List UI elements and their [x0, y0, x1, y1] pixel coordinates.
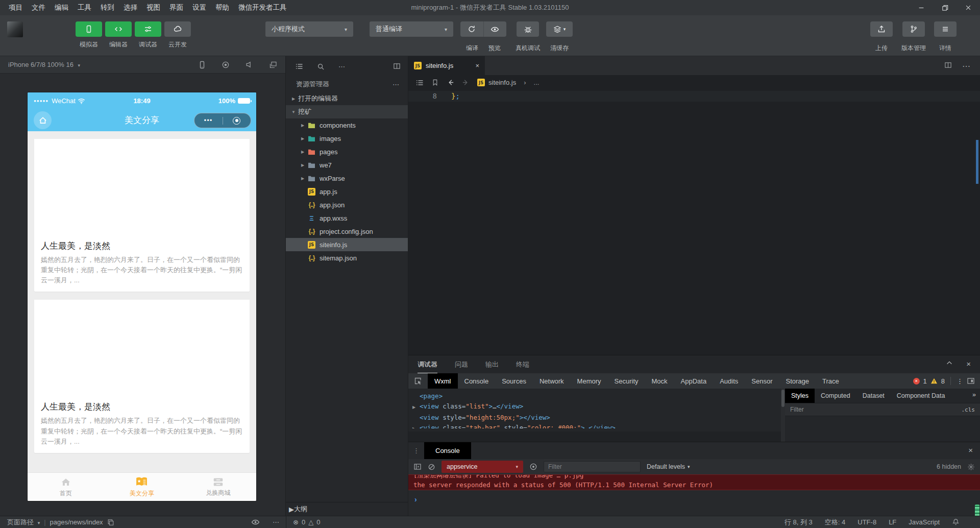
log-levels-select[interactable]: Default levels ▾ — [647, 463, 690, 470]
menu-item-select[interactable]: 选择 — [119, 0, 142, 15]
tab-sources[interactable]: Sources — [495, 373, 533, 389]
bell-icon[interactable] — [952, 518, 960, 526]
tab-network[interactable]: Network — [533, 373, 571, 389]
record-icon[interactable] — [222, 61, 230, 69]
sidebar-item-project-config[interactable]: {..} project.config.json — [286, 225, 408, 238]
split-editor-icon[interactable] — [944, 61, 952, 71]
outline-section[interactable]: ▶ 大纲 — [286, 502, 408, 516]
eye-icon[interactable] — [251, 518, 260, 526]
mode-select[interactable]: 小程序模式 ▾ — [265, 21, 353, 37]
menu-item-settings[interactable]: 设置 — [188, 0, 211, 15]
debugger-toggle-button[interactable]: 调试器 — [134, 21, 162, 49]
article-card[interactable]: 人生最美，是淡然 嫣然的五月去了，艳烈的六月来了。日子，在一个又一个看似雷同的重… — [34, 139, 250, 292]
cursor-position[interactable]: 行 8, 列 3 — [785, 518, 813, 527]
menu-item-wechat-devtools[interactable]: 微信开发者工具 — [234, 0, 291, 15]
capsule-more-button[interactable]: ••• — [194, 117, 223, 124]
drag-handle-icon[interactable]: ⋮ — [408, 442, 424, 459]
rotate-device-icon[interactable] — [198, 61, 206, 69]
expand-icon[interactable]: ▶ — [412, 402, 420, 413]
menu-item-file[interactable]: 文件 — [27, 0, 50, 15]
more-icon[interactable]: ⋯ — [338, 63, 346, 70]
user-avatar[interactable] — [7, 21, 23, 37]
tab-debugger[interactable]: 调试器 — [418, 360, 437, 369]
console-sidebar-icon[interactable] — [413, 463, 422, 471]
console-error-message[interactable]: [渲染层网络层错误] Failed to load image … p.jpg … — [408, 474, 980, 490]
tab-terminal[interactable]: 终端 — [516, 360, 529, 369]
vertical-scrollbar[interactable] — [781, 389, 785, 442]
breadcrumb-symbol[interactable]: ... — [534, 79, 540, 86]
tab-styles[interactable]: Styles — [785, 389, 815, 403]
expand-icon[interactable]: ▶ — [412, 424, 420, 428]
add-class-button[interactable]: .cls — [962, 406, 975, 413]
open-editors-section[interactable]: ▶ 打开的编辑器 — [286, 92, 408, 105]
tab-console-panel[interactable]: Console — [424, 442, 471, 459]
project-root-folder[interactable]: ▼ 挖矿 — [286, 105, 408, 118]
sidebar-item-app-js[interactable]: JS app.js — [286, 185, 408, 198]
tab-storage[interactable]: Storage — [779, 373, 816, 389]
horizontal-scrollbar[interactable] — [408, 431, 781, 442]
compile-button[interactable] — [460, 21, 483, 37]
article-card[interactable]: 人生最美，是淡然 嫣然的五月去了，艳烈的六月来了。日子，在一个又一个看似雷同的重… — [34, 300, 250, 452]
dock-side-icon[interactable] — [967, 377, 975, 385]
sidebar-item-we7[interactable]: ▶ we7 — [286, 158, 408, 172]
home-button[interactable] — [34, 111, 52, 129]
close-button[interactable] — [957, 0, 980, 15]
menu-item-interface[interactable]: 界面 — [165, 0, 188, 15]
sidebar-item-sitemap-json[interactable]: {..} sitemap.json — [286, 251, 408, 265]
eye-icon[interactable] — [529, 463, 537, 471]
overflow-tabs-icon[interactable]: » — [972, 391, 976, 398]
device-selector[interactable]: iPhone 6/7/8 100% 16 ▾ — [8, 61, 80, 68]
tab-mall[interactable]: 兑换商城 — [180, 473, 256, 501]
more-icon[interactable]: ⋮ — [957, 377, 963, 385]
version-control-button[interactable] — [902, 21, 925, 37]
cloud-dev-button[interactable]: 云开发 — [163, 21, 192, 49]
popout-icon[interactable] — [269, 61, 277, 69]
inspect-element-icon[interactable] — [408, 373, 428, 389]
mute-icon[interactable] — [245, 60, 254, 69]
menu-item-tools[interactable]: 工具 — [73, 0, 96, 15]
remote-debug-button[interactable] — [517, 21, 539, 37]
forward-icon[interactable] — [462, 79, 470, 86]
collapse-panel-icon[interactable] — [946, 359, 953, 368]
sidebar-item-app-wxss[interactable]: Ξ app.wxss — [286, 211, 408, 225]
clear-cache-button[interactable]: ▾ — [546, 21, 573, 37]
sidebar-item-wxparse[interactable]: ▶ wxParse — [286, 172, 408, 185]
menu-item-help[interactable]: 帮助 — [211, 0, 234, 15]
code-editor[interactable]: 8 }; — [408, 90, 980, 355]
simulator-toggle-button[interactable]: 模拟器 — [75, 21, 103, 49]
menu-item-view[interactable]: 视图 — [142, 0, 165, 15]
maximize-button[interactable] — [933, 0, 957, 15]
problems-counter[interactable]: ⊗ 0 △ 0 — [293, 518, 320, 526]
tab-wxml[interactable]: Wxml — [428, 373, 458, 389]
tab-output[interactable]: 输出 — [485, 360, 499, 369]
list-icon[interactable] — [295, 62, 303, 70]
more-icon[interactable]: ⋯ — [393, 81, 400, 88]
tab-siteinfo-js[interactable]: JS siteinfo.js × — [408, 56, 485, 75]
close-tab-icon[interactable]: × — [475, 62, 479, 69]
tab-problems[interactable]: 问题 — [455, 360, 468, 369]
wxml-tree[interactable]: <page> ▶<view class="list">…</view> <vie… — [408, 389, 781, 428]
breadcrumb-file[interactable]: JS siteinfo.js — [477, 79, 516, 86]
preview-button[interactable] — [483, 21, 507, 37]
clear-console-icon[interactable] — [428, 463, 435, 471]
tab-appdata[interactable]: AppData — [674, 373, 714, 389]
tab-dataset[interactable]: Dataset — [856, 389, 891, 403]
encoding-setting[interactable]: UTF-8 — [857, 518, 876, 526]
tab-memory[interactable]: Memory — [571, 373, 608, 389]
menu-item-project[interactable]: 项目 — [4, 0, 27, 15]
wxml-line[interactable]: <view style="height:50px;"></view> — [412, 413, 781, 423]
console-filter-input[interactable] — [544, 462, 640, 472]
details-button[interactable] — [934, 21, 957, 37]
styles-filter-input[interactable] — [785, 405, 897, 414]
wxml-line[interactable]: ▶<view class="tab-bar" style="color: #00… — [412, 423, 781, 428]
indentation-setting[interactable]: 空格: 4 — [825, 518, 845, 527]
console-prompt[interactable]: › — [408, 490, 980, 503]
back-icon[interactable] — [447, 79, 454, 86]
tab-computed[interactable]: Computed — [815, 389, 856, 403]
outline-list-icon[interactable] — [415, 79, 424, 87]
tab-sensor[interactable]: Sensor — [745, 373, 779, 389]
more-icon[interactable]: ⋯ — [273, 518, 280, 526]
tab-mock[interactable]: Mock — [645, 373, 674, 389]
tab-audits[interactable]: Audits — [713, 373, 745, 389]
split-editor-icon[interactable] — [393, 62, 401, 70]
